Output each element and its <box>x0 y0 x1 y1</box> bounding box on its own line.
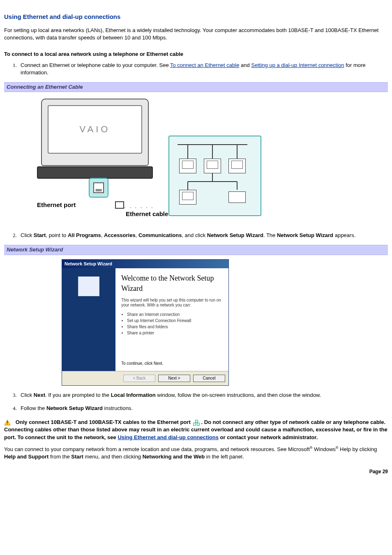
printer-icon <box>228 191 246 203</box>
link-ethernet-dialup[interactable]: Using Ethernet and dial-up connections <box>118 434 219 440</box>
wizard-cancel-button[interactable]: Cancel <box>193 375 225 382</box>
wizard-bullets: Share an Internet connection Set up Inte… <box>121 312 223 336</box>
figure-ethernet: VAIO · · · · · · Ethernet port Ethernet … <box>4 94 388 226</box>
ethernet-cable-label: Ethernet cable <box>126 210 168 218</box>
step-4: Follow the Network Setup Wizard instruct… <box>18 405 388 412</box>
warning-text-1: Only connect 10BASE-T and 100BASE-TX cab… <box>16 419 192 425</box>
pc-icon <box>179 190 196 205</box>
step1-pre: Connect an Ethernet or telephone cable t… <box>21 62 170 68</box>
ethernet-port-highlight <box>89 178 108 198</box>
ethernet-port-icon <box>93 182 104 193</box>
step1-mid: and <box>239 62 251 68</box>
closing-paragraph: You can connect to your company network … <box>4 445 388 461</box>
wizard-sidebar <box>62 268 115 371</box>
warning-block: ! Only connect 10BASE-T and 100BASE-TX c… <box>4 419 388 441</box>
warning-icon: ! <box>4 419 11 426</box>
laptop-illustration: VAIO <box>41 99 149 166</box>
laptop-base <box>37 166 153 179</box>
warning-text-3: or contact your network administrator. <box>219 434 318 440</box>
wizard-bullet: Share an Internet connection <box>127 312 223 318</box>
wizard-bullet: Share files and folders <box>127 324 223 330</box>
intro-paragraph: For setting up local area networks (LANs… <box>4 27 388 41</box>
ethernet-port-label: Ethernet port <box>37 200 76 209</box>
page-number: Page 29 <box>4 468 388 475</box>
laptop-brand: VAIO <box>48 105 142 154</box>
pc-icon <box>228 159 246 173</box>
ethernet-plug-icon <box>115 201 124 209</box>
pc-icon <box>179 159 196 173</box>
wizard-description: This wizard will help you set up this co… <box>121 298 223 308</box>
wizard-bullet: Set up Internet Connection Firewall <box>127 318 223 324</box>
step-2: Click Start, point to All Programs, Acce… <box>18 232 388 239</box>
figure-wizard: Network Setup Wizard Welcome to the Netw… <box>4 259 388 386</box>
link-dialup-setup[interactable]: Setting up a dial-up Internet connection <box>251 62 344 68</box>
figure-caption-wizard: Network Setup Wizard <box>4 245 388 255</box>
wizard-welcome: Welcome to the Network Setup Wizard <box>121 273 223 294</box>
pc-icon <box>204 159 221 173</box>
link-connect-ethernet[interactable]: To connect an Ethernet cable <box>170 62 239 68</box>
wizard-continue: To continue, click Next. <box>121 361 223 366</box>
ethernet-port-inline-icon <box>193 420 200 426</box>
wizard-back-button[interactable]: < Back <box>123 375 155 382</box>
step-3: Click Next. If you are prompted to the L… <box>18 391 388 399</box>
network-diagram <box>168 136 261 216</box>
wizard-titlebar: Network Setup Wizard <box>62 260 228 268</box>
figure-caption-ethernet: Connecting an Ethernet Cable <box>4 82 388 92</box>
step-1: Connect an Ethernet or telephone cable t… <box>18 62 388 76</box>
wizard-next-button[interactable]: Next > <box>158 375 190 382</box>
wizard-icon <box>78 276 99 296</box>
subheading: To connect to a local area network using… <box>4 51 388 58</box>
section-title: Using Ethernet and dial-up connections <box>4 12 388 21</box>
wizard-bullet: Share a printer <box>127 330 223 336</box>
svg-text:!: ! <box>7 421 8 425</box>
